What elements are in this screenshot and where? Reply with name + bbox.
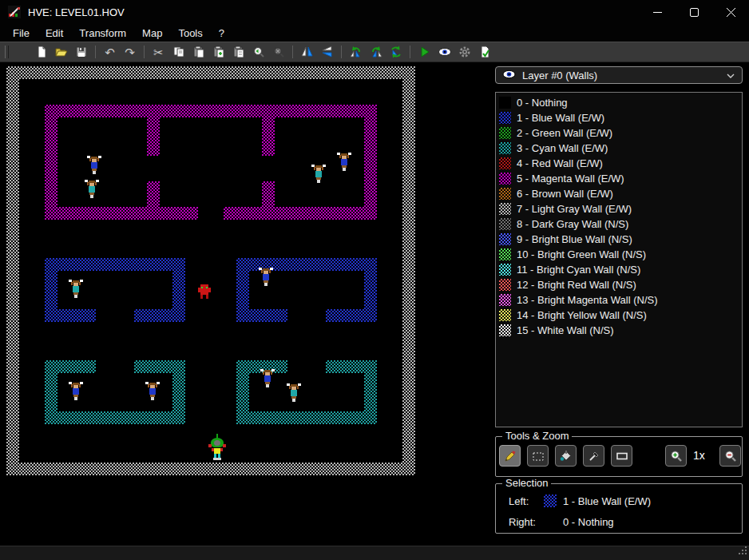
wall-magenta[interactable]	[147, 181, 160, 207]
tile-list-item[interactable]: 4 - Red Wall (E/W)	[496, 156, 742, 171]
sprite-hostage-cyan[interactable]	[69, 280, 83, 299]
wall-cyan[interactable]	[45, 373, 57, 411]
toolbar-cut-button[interactable]: ✂	[149, 43, 168, 61]
rectangle-tool-button[interactable]	[611, 445, 632, 467]
wall-cyan[interactable]	[236, 411, 377, 424]
wall-lightgray[interactable]	[6, 79, 19, 463]
tile-list-item[interactable]: 6 - Brown Wall (E/W)	[496, 186, 742, 201]
wall-blue[interactable]	[364, 271, 377, 309]
menu-edit[interactable]: Edit	[38, 27, 71, 39]
tile-list-item[interactable]: 9 - Bright Blue Wall (N/S)	[496, 232, 742, 247]
tile-list-item[interactable]: 15 - White Wall (N/S)	[496, 323, 742, 338]
wall-cyan[interactable]	[326, 360, 377, 373]
wall-blue[interactable]	[236, 309, 287, 322]
tile-list-item[interactable]: 13 - Bright Magenta Wall (N/S)	[496, 292, 742, 308]
sprite-hostage-blue[interactable]	[145, 382, 160, 401]
toolbar-paste-special-button[interactable]	[228, 43, 248, 61]
wall-lightgray[interactable]	[6, 66, 415, 79]
tile-list-item[interactable]: 10 - Bright Green Wall (N/S)	[496, 247, 742, 262]
menu-transform[interactable]: Transform	[71, 27, 134, 39]
tile-type-list[interactable]: 0 - Nothing1 - Blue Wall (E/W)2 - Green …	[495, 92, 743, 427]
sprite-player-start[interactable]	[208, 434, 226, 461]
wall-magenta[interactable]	[147, 117, 160, 156]
toolbar-verify-button[interactable]	[474, 43, 494, 61]
tile-list-item[interactable]: 11 - Bright Cyan Wall (N/S)	[496, 262, 742, 277]
zoom-out-button[interactable]	[719, 445, 741, 467]
toolbar-flip-vertical-button[interactable]	[317, 43, 337, 61]
wall-magenta[interactable]	[45, 207, 198, 220]
marquee-tool-button[interactable]	[527, 445, 549, 467]
wall-lightgray[interactable]	[6, 463, 415, 475]
wall-cyan[interactable]	[45, 360, 96, 373]
minimize-button[interactable]	[639, 0, 676, 24]
wall-cyan[interactable]	[364, 373, 377, 411]
toolbar-settings-button[interactable]	[454, 43, 474, 61]
wall-magenta[interactable]	[262, 181, 275, 207]
toolbar-view-button[interactable]	[434, 43, 454, 61]
tile-list-item[interactable]: 14 - Bright Yellow Wall (N/S)	[496, 308, 742, 323]
tile-list-item[interactable]: 1 - Blue Wall (E/W)	[496, 110, 742, 125]
resize-grip[interactable]	[739, 543, 747, 558]
maximize-button[interactable]	[676, 0, 712, 24]
toolbar-save-button[interactable]	[71, 43, 91, 61]
toolbar-paste-add-button[interactable]	[208, 43, 228, 61]
sprite-hostage-blue[interactable]	[337, 153, 351, 172]
tile-list-item[interactable]: 0 - Nothing	[496, 95, 742, 110]
tile-list-item[interactable]: 5 - Magenta Wall (E/W)	[496, 171, 742, 186]
menu-map[interactable]: Map	[134, 27, 170, 39]
toolbar-grip[interactable]	[5, 46, 9, 58]
picker-tool-button[interactable]	[583, 445, 604, 467]
wall-blue[interactable]	[236, 271, 249, 309]
wall-blue[interactable]	[134, 309, 185, 322]
wall-magenta[interactable]	[364, 117, 377, 207]
wall-cyan[interactable]	[236, 373, 249, 411]
tile-list-item[interactable]: 12 - Bright Red Wall (N/S)	[496, 277, 742, 292]
fill-tool-button[interactable]	[555, 445, 577, 467]
wall-magenta[interactable]	[45, 105, 377, 117]
sprite-hostage-blue[interactable]	[87, 156, 101, 175]
toolbar-flip-horizontal-button[interactable]	[297, 43, 317, 61]
toolbar-rotate-left-button[interactable]	[346, 43, 366, 61]
wall-blue[interactable]	[45, 258, 185, 271]
toolbar-redo-button[interactable]: ↷	[120, 43, 140, 61]
close-button[interactable]	[712, 0, 749, 24]
title-bar[interactable]: HVE: LEVEL01.HOV	[0, 0, 749, 24]
wall-magenta[interactable]	[262, 117, 275, 156]
pencil-tool-button[interactable]	[499, 445, 521, 467]
wall-cyan[interactable]	[134, 360, 185, 373]
toolbar-undo-button[interactable]: ↶	[100, 43, 120, 61]
toolbar-new-button[interactable]	[31, 43, 51, 61]
tile-list-item[interactable]: 2 - Green Wall (E/W)	[496, 125, 742, 141]
sprite-enemy-red[interactable]	[197, 284, 212, 300]
wall-blue[interactable]	[236, 258, 377, 271]
toolbar-run-button[interactable]	[414, 43, 434, 61]
sprite-hostage-blue[interactable]	[69, 382, 83, 401]
toolbar-copy-button[interactable]	[168, 43, 188, 61]
toolbar-zoom-find-button[interactable]	[248, 43, 268, 61]
sprite-hostage-cyan[interactable]	[85, 180, 99, 199]
wall-blue[interactable]	[172, 271, 185, 309]
wall-blue[interactable]	[326, 309, 377, 322]
toolbar-zoom-cancel-button[interactable]	[268, 43, 288, 61]
menu-file[interactable]: File	[5, 27, 38, 39]
toolbar-paste-button[interactable]	[188, 43, 208, 61]
wall-cyan[interactable]	[172, 373, 185, 411]
map-canvas[interactable]	[6, 66, 415, 475]
toolbar-rotate-180-button[interactable]	[386, 43, 406, 61]
tile-list-item[interactable]: 7 - Light Gray Wall (E/W)	[496, 201, 742, 216]
wall-blue[interactable]	[45, 309, 96, 322]
sprite-hostage-cyan[interactable]	[311, 165, 326, 184]
wall-cyan[interactable]	[45, 411, 185, 424]
wall-magenta[interactable]	[45, 117, 57, 207]
tile-list-item[interactable]: 3 - Cyan Wall (E/W)	[496, 141, 742, 156]
sprite-hostage-blue[interactable]	[260, 369, 275, 388]
wall-magenta[interactable]	[224, 207, 377, 220]
menu-tools[interactable]: Tools	[170, 27, 210, 39]
layer-dropdown[interactable]: Layer #0 (Walls)	[495, 66, 743, 84]
toolbar-rotate-right-button[interactable]	[366, 43, 386, 61]
tile-list-item[interactable]: 8 - Dark Gray Wall (N/S)	[496, 216, 742, 232]
wall-blue[interactable]	[45, 271, 57, 309]
toolbar-open-button[interactable]	[51, 43, 71, 61]
wall-lightgray[interactable]	[402, 79, 415, 463]
zoom-in-button[interactable]	[665, 445, 687, 467]
